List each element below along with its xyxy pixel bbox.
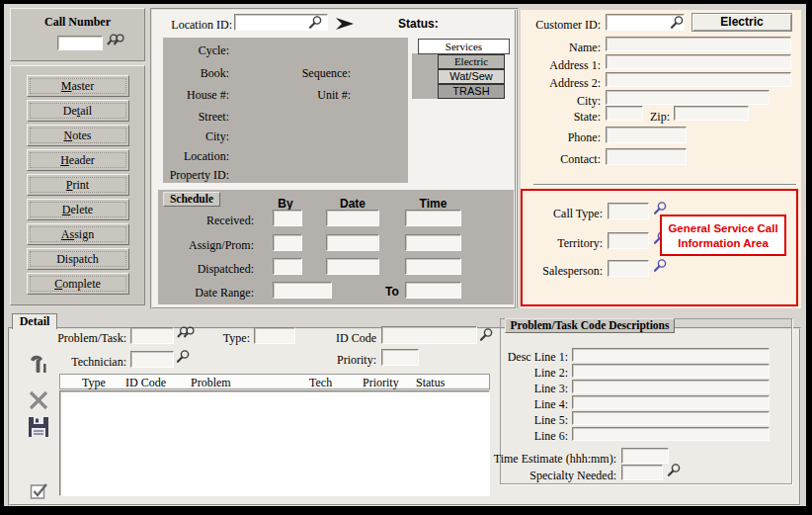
save-disk-icon[interactable] <box>28 416 49 442</box>
type-input[interactable] <box>254 327 295 344</box>
call-number-input[interactable] <box>57 36 103 50</box>
phone-label: Phone: <box>522 130 601 145</box>
territory-input[interactable] <box>608 232 649 249</box>
customer-search-icon[interactable] <box>670 15 685 34</box>
desc-line5-input[interactable] <box>572 411 770 425</box>
unit-number-label: Unit #: <box>272 88 351 103</box>
service-row-electric[interactable]: Electric <box>438 54 505 69</box>
col-tech: Tech <box>309 376 332 390</box>
detail-tab[interactable]: Detail <box>12 313 57 329</box>
specialty-needed-input[interactable] <box>621 465 663 480</box>
contact-input[interactable] <box>606 148 687 165</box>
received-label: Received: <box>155 214 254 228</box>
contact-label: Contact: <box>522 152 601 167</box>
time-estimate-label: Time Estimate (hhh:mm): <box>439 452 616 467</box>
desc-line2-input[interactable] <box>572 364 770 378</box>
print-button[interactable]: Print <box>27 174 129 196</box>
technician-search-icon[interactable] <box>176 349 191 368</box>
master-button[interactable]: Master <box>27 75 129 97</box>
header-button[interactable]: Header <box>27 149 129 171</box>
detail-button[interactable]: Detail <box>27 100 129 122</box>
assign-button[interactable]: Assign <box>27 223 129 245</box>
complete-button[interactable]: Complete <box>27 273 129 295</box>
annotation-line1: General Service Call <box>662 221 784 236</box>
annotation-callout: General Service Call Information Area <box>660 215 786 256</box>
address2-input[interactable] <box>606 72 791 87</box>
specialty-search-icon[interactable] <box>667 463 682 481</box>
schedule-col-by: By <box>266 197 305 211</box>
detail-table-header: Type ID Code Problem Tech Priority Statu… <box>59 374 490 389</box>
id-code-search-icon[interactable] <box>479 327 494 346</box>
name-input[interactable] <box>606 37 791 51</box>
service-type-button[interactable]: Electric <box>691 13 792 32</box>
service-row-trash[interactable]: TRASH <box>438 84 505 99</box>
city-label: City: <box>150 129 229 144</box>
col-priority: Priority <box>363 376 399 390</box>
call-type-label: Call Type: <box>522 207 603 221</box>
id-code-label: ID Code <box>319 331 376 346</box>
dispatched-time-input[interactable] <box>405 258 461 275</box>
app-screen: Call Number Master Detail Notes Header P… <box>0 0 812 515</box>
services-header: Services <box>418 39 510 54</box>
call-type-input[interactable] <box>608 203 649 219</box>
delete-button[interactable]: Delete <box>27 199 129 220</box>
zip-input[interactable] <box>674 106 749 121</box>
date-range-to-label: To <box>382 285 402 299</box>
id-code-input[interactable] <box>381 326 477 344</box>
received-date-input[interactable] <box>326 210 379 226</box>
salesperson-search-icon[interactable] <box>653 258 668 277</box>
address1-input[interactable] <box>606 54 791 69</box>
date-range-to-input[interactable] <box>405 282 461 299</box>
received-by-input[interactable] <box>273 210 302 226</box>
state-input[interactable] <box>606 106 643 121</box>
territory-label: Territory: <box>522 236 603 251</box>
customer-city-input[interactable] <box>606 90 770 105</box>
annotation-line2: Information Area <box>662 236 784 251</box>
problem-task-input[interactable] <box>130 327 174 344</box>
schedule-title: Schedule <box>163 192 220 207</box>
address2-label: Address 2: <box>522 76 601 91</box>
assign-by-input[interactable] <box>273 234 302 251</box>
call-number-search-icon[interactable] <box>106 33 125 51</box>
delete-x-icon[interactable] <box>27 388 50 416</box>
state-label: State: <box>522 110 601 125</box>
technician-input[interactable] <box>130 351 174 368</box>
priority-input[interactable] <box>381 349 419 366</box>
phone-input[interactable] <box>606 127 687 143</box>
checkmark-icon[interactable] <box>30 481 49 505</box>
time-estimate-input[interactable] <box>621 448 669 464</box>
desc-line1-input[interactable] <box>572 348 770 362</box>
specialty-needed-label: Specialty Needed: <box>439 469 616 483</box>
desc-line4-input[interactable] <box>572 395 770 409</box>
col-problem: Problem <box>191 376 231 390</box>
dispatch-button[interactable]: Dispatch <box>27 248 129 270</box>
type-label: Type: <box>191 331 250 346</box>
sequence-label: Sequence: <box>272 66 351 81</box>
assign-time-input[interactable] <box>405 234 461 251</box>
dispatched-by-input[interactable] <box>273 258 302 275</box>
customer-city-label: City: <box>522 94 601 109</box>
salesperson-input[interactable] <box>608 260 649 277</box>
detail-list-box[interactable] <box>59 390 490 496</box>
salesperson-label: Salesperson: <box>522 264 603 279</box>
service-row-watsew[interactable]: Wat/Sew <box>438 69 505 84</box>
house-number-label: House #: <box>150 88 229 103</box>
notes-button[interactable]: Notes <box>27 125 129 146</box>
street-label: Street: <box>150 110 229 125</box>
desc-line6-label: Line 6: <box>489 429 568 444</box>
customer-id-label: Customer ID: <box>522 18 601 33</box>
schedule-col-date: Date <box>326 197 379 211</box>
received-time-input[interactable] <box>405 210 461 226</box>
dispatched-date-input[interactable] <box>326 258 379 275</box>
call-number-title: Call Number <box>11 9 144 30</box>
date-range-from-input[interactable] <box>273 282 332 299</box>
desc-line6-input[interactable] <box>572 427 770 441</box>
desc-line2-label: Line 2: <box>489 366 568 381</box>
go-to-location-arrow-icon[interactable] <box>335 17 355 35</box>
desc-line3-input[interactable] <box>572 380 770 393</box>
location-search-icon[interactable] <box>308 15 323 34</box>
zip-label: Zip: <box>644 110 670 125</box>
address1-label: Address 1: <box>522 58 601 73</box>
assign-date-input[interactable] <box>326 234 379 251</box>
name-label: Name: <box>522 41 601 55</box>
